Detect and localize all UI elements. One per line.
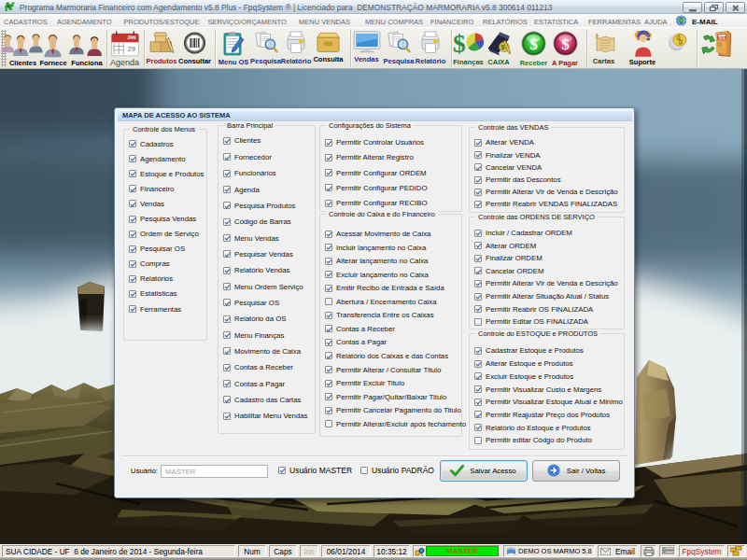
svg-text:EXIT: EXIT [717, 35, 726, 40]
svg-text:$: $ [452, 30, 465, 57]
svg-text:$: $ [529, 35, 538, 53]
svg-text:$: $ [561, 35, 570, 53]
